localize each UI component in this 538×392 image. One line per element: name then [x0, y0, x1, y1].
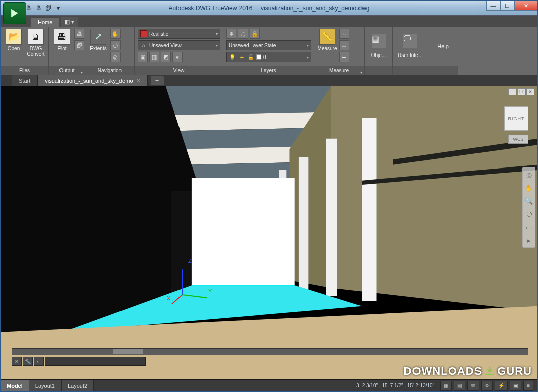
- open-button[interactable]: 📂 Open: [4, 29, 24, 51]
- tab-addins[interactable]: ◧ ▾: [61, 17, 78, 27]
- panel-measure: 📏 Measure ↔ ▱ ☰ Measure▾: [314, 27, 365, 75]
- orbit-tool-icon[interactable]: ⭯: [524, 209, 534, 219]
- model-space-toggle[interactable]: ▦: [440, 381, 452, 391]
- viewport-horizontal-scrollbar[interactable]: [12, 348, 528, 355]
- svg-rect-17: [192, 178, 295, 286]
- viewport-minimize-icon[interactable]: —: [508, 88, 516, 95]
- grid-toggle[interactable]: ▤: [454, 381, 465, 391]
- viewport-close-icon[interactable]: ✕: [526, 88, 534, 95]
- view-bottom-icon[interactable]: ▥: [149, 52, 159, 62]
- full-nav-wheel-icon[interactable]: ◎: [524, 170, 534, 180]
- dwg-convert-button[interactable]: 🗎 DWG Convert: [26, 29, 46, 57]
- panel-layers: ❄ ◌ 🔒 Unsaved Layer State▾ 💡 ☀ 🔓 0▾ Laye…: [223, 27, 314, 75]
- clean-screen-icon[interactable]: ▣: [510, 381, 521, 391]
- orbit-icon[interactable]: ⭯: [110, 40, 121, 50]
- page-setup-icon[interactable]: 🗐: [74, 40, 84, 50]
- area-icon[interactable]: ▱: [339, 40, 349, 50]
- layer-state-combo[interactable]: Unsaved Layer State▾: [226, 40, 311, 50]
- axis-x-label: X: [167, 295, 170, 301]
- layer-off-icon[interactable]: ◌: [238, 29, 248, 39]
- application-menu-button[interactable]: [3, 2, 26, 24]
- tab-layout2[interactable]: Layout2: [62, 380, 94, 391]
- titlebar: 📂 🖫 🖶 🖶 🗐 ▾ Autodesk DWG TrueView 2016 v…: [1, 1, 537, 16]
- plot-button[interactable]: 🖶 Plot: [52, 29, 72, 51]
- panel-title-view: View: [135, 66, 223, 75]
- view-more-icon[interactable]: ▾: [172, 52, 183, 62]
- layer-lock-icon[interactable]: 🔒: [250, 29, 260, 39]
- pan-tool-icon[interactable]: ✋: [524, 183, 534, 193]
- new-tab-button[interactable]: +: [151, 76, 164, 85]
- lock-open-icon: 🔓: [247, 53, 254, 61]
- app-name: Autodesk DWG TrueView 2016: [168, 5, 252, 12]
- axis-y-label: Y: [208, 288, 212, 294]
- panel-files: 📂 Open 🗎 DWG Convert Files: [1, 27, 49, 75]
- watermark: DOWNLOADS GURU: [404, 365, 532, 378]
- hardware-accel-icon[interactable]: ⚡: [495, 381, 508, 391]
- maximize-button[interactable]: ☐: [500, 1, 514, 11]
- extents-icon: ⤢: [90, 29, 106, 45]
- extents-button[interactable]: ⤢ Extents: [88, 29, 108, 51]
- layer-color-swatch: [256, 54, 261, 60]
- panel-object-snap[interactable]: ▦ Obje...: [365, 27, 393, 75]
- commandline-settings-icon[interactable]: 🔧: [23, 357, 33, 366]
- lightbulb-icon: 💡: [229, 53, 236, 61]
- panel-title-files: Files: [1, 66, 48, 75]
- printer-icon: 🖶: [54, 29, 70, 45]
- app-window: 📂 🖫 🖶 🖶 🗐 ▾ Autodesk DWG TrueView 2016 v…: [0, 0, 538, 392]
- model-viewport[interactable]: Z Y X — ☐ ✕ RIGHT WCS ◎ ✋ 🔍 ⭯ ▭ ▸ ✕ 🔧 ›_: [1, 86, 537, 379]
- window-buttons: — ☐ ✕: [486, 1, 537, 15]
- user-interface-icon: 🖵: [403, 34, 417, 48]
- tab-start[interactable]: Start: [12, 75, 38, 86]
- panel-title-output: Output▾: [49, 66, 85, 75]
- scene-render: [1, 86, 537, 379]
- customize-status-icon[interactable]: ≡: [523, 381, 533, 391]
- workspace-switch-icon[interactable]: ⚙: [481, 381, 493, 391]
- commandline-input[interactable]: [45, 357, 146, 366]
- coordinate-system-badge[interactable]: WCS: [508, 135, 528, 144]
- view-top-icon[interactable]: ▣: [138, 52, 148, 62]
- close-button[interactable]: ✕: [514, 1, 537, 11]
- layer-freeze-icon[interactable]: ❄: [226, 29, 236, 39]
- ruler-icon: 📏: [319, 29, 335, 45]
- measure-button[interactable]: 📏 Measure: [317, 29, 337, 51]
- panel-help[interactable]: Help: [428, 27, 458, 75]
- status-bar: Model Layout1 Layout2 -3'-2 3/10" , 15'-…: [1, 379, 537, 391]
- view-iso-icon[interactable]: ◩: [161, 52, 171, 62]
- panel-view: Realistic▾ ⌂ Unsaved View▾ ▣ ▥ ◩ ▾ View: [135, 27, 223, 75]
- steering-wheel-icon[interactable]: ◎: [110, 52, 121, 62]
- minimize-button[interactable]: —: [486, 1, 500, 11]
- panel-navigation: ⤢ Extents ✋ ⭯ ◎ Navigation: [85, 27, 135, 75]
- visual-style-combo[interactable]: Realistic▾: [138, 29, 220, 39]
- zoom-tool-icon[interactable]: 🔍: [524, 196, 534, 206]
- window-title: Autodesk DWG TrueView 2016 visualization…: [168, 5, 369, 12]
- download-icon: [484, 366, 495, 377]
- status-tray: -3'-2 3/10" , 15'-7 1/2" , 15'-2 13/10" …: [351, 380, 537, 391]
- tab-home[interactable]: Home: [31, 18, 59, 27]
- plot-preview-icon[interactable]: 🖶: [34, 4, 43, 13]
- object-snap-icon: ▦: [372, 34, 386, 48]
- pan-icon[interactable]: ✋: [110, 29, 121, 39]
- list-icon[interactable]: ☰: [339, 52, 349, 62]
- ribbon-tab-strip: Home ◧ ▾: [1, 16, 537, 27]
- qat-dropdown-icon[interactable]: ▾: [54, 4, 63, 13]
- navbar-more-icon[interactable]: ▸: [524, 235, 534, 245]
- commandline-close-icon[interactable]: ✕: [12, 357, 22, 366]
- current-layer-combo[interactable]: 💡 ☀ 🔓 0▾: [226, 52, 311, 62]
- viewport-maximize-icon[interactable]: ☐: [517, 88, 525, 95]
- commandline-prompt-icon[interactable]: ›_: [34, 357, 44, 366]
- named-view-combo[interactable]: ⌂ Unsaved View▾: [138, 40, 220, 50]
- tab-document[interactable]: visualization_-_sun_and_sky_demo ✕: [38, 75, 147, 86]
- panel-user-interface[interactable]: 🖵 User Inte...: [393, 27, 428, 75]
- annotation-scale[interactable]: ⚖: [467, 381, 479, 391]
- close-tab-icon[interactable]: ✕: [136, 75, 140, 86]
- tab-model[interactable]: Model: [1, 380, 29, 391]
- viewcube[interactable]: RIGHT: [504, 106, 528, 131]
- svg-rect-11: [299, 157, 308, 291]
- panel-title-layers: Layers: [223, 66, 314, 75]
- publish-icon[interactable]: 🗐: [44, 4, 53, 13]
- tab-layout1[interactable]: Layout1: [29, 380, 62, 391]
- distance-icon[interactable]: ↔: [339, 29, 349, 39]
- showmotion-icon[interactable]: ▭: [524, 222, 534, 232]
- batch-plot-icon[interactable]: 🖶: [74, 29, 84, 39]
- panel-output: 🖶 Plot 🖶 🗐 Output▾: [49, 27, 85, 75]
